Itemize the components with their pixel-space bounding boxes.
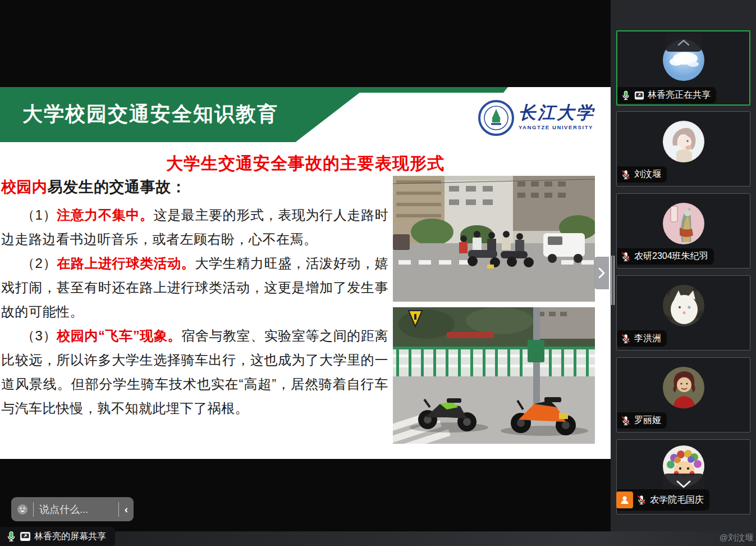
- sharing-status-pill: 林香亮的屏幕共享: [0, 527, 115, 546]
- para2-number: （2）: [21, 256, 57, 271]
- chat-input-placeholder[interactable]: 说点什么...: [34, 503, 118, 516]
- host-badge-icon: [616, 492, 633, 508]
- participant-name: 农研2304班朱纪羽: [634, 251, 708, 262]
- mic-muted-icon: [621, 334, 631, 344]
- participant-tile[interactable]: 李洪洲: [616, 275, 750, 351]
- slide-paragraph-2: （2）在路上进行球类活动。大学生精力旺盛，活泼好动，嬉戏打闹，甚至有时还在路上进…: [1, 251, 388, 324]
- screen-share-icon: [634, 90, 644, 101]
- participant-label: 刘汶堰: [617, 166, 667, 183]
- participant-label: 农学院毛国庆: [617, 489, 709, 511]
- chat-collapse-chevron-icon[interactable]: ‹: [119, 503, 128, 516]
- participant-label: 罗丽娅: [617, 412, 667, 429]
- mic-muted-icon: [636, 495, 647, 505]
- slide-body-text: 校园内易发生的交通事故： （1）注意力不集中。这是最主要的形式，表现为行人走路时…: [1, 177, 388, 420]
- participant-tile-sharer[interactable]: 林香亮正在共享: [616, 30, 750, 106]
- participant-name: 罗丽娅: [634, 415, 661, 426]
- para3-number: （3）: [21, 328, 57, 343]
- emoji-icon[interactable]: [17, 504, 28, 515]
- photo-street-crossing: [393, 176, 595, 302]
- heading-keyword: 校园内: [1, 179, 48, 195]
- participant-tile[interactable]: 刘汶堰: [616, 111, 750, 186]
- university-logo: 长江大学 YANGTZE UNIVERSITY: [478, 100, 596, 139]
- watermark-text: @刘汶堰: [720, 533, 753, 543]
- mic-muted-icon: [621, 252, 631, 262]
- participant-name: 农学院毛国庆: [650, 494, 704, 506]
- avatar: [663, 367, 704, 408]
- scroll-up-button[interactable]: [665, 34, 702, 52]
- avatar-illustration: [663, 203, 704, 244]
- shared-screen-area: 大学校园交通安全知识教育 长江大学 YANGTZE UNIVERSITY 大学生…: [0, 0, 611, 546]
- participant-tile[interactable]: 罗丽娅: [616, 357, 750, 433]
- participant-label: 农研2304班朱纪羽: [617, 248, 714, 265]
- para1-number: （1）: [21, 207, 57, 222]
- photo-motorcycles: [393, 307, 595, 444]
- slide-paragraph-1: （1）注意力不集中。这是最主要的形式，表现为行人走路时边走路边看书边听音乐，或者…: [1, 203, 388, 251]
- mic-on-icon: [6, 531, 17, 542]
- participant-tile-host[interactable]: 农学院毛国庆: [616, 439, 750, 515]
- participant-label: 林香亮正在共享: [617, 87, 716, 103]
- participant-name: 林香亮正在共享: [648, 89, 711, 101]
- participants-panel: 林香亮正在共享 刘汶堰: [611, 0, 756, 546]
- avatar: [663, 285, 704, 326]
- avatar-white-cat: [663, 285, 704, 326]
- mic-on-icon: [621, 90, 631, 101]
- chevron-down-icon: [676, 480, 691, 488]
- slide-subtitle: 大学生交通安全事故的主要表现形式: [0, 152, 611, 175]
- participant-label: 李洪洲: [617, 330, 667, 347]
- para3-keyword: 校园内“飞车”现象。: [57, 328, 181, 343]
- para1-keyword: 注意力不集中。: [57, 207, 153, 222]
- avatar-woman-red-top: [663, 367, 704, 408]
- chevron-right-icon: [598, 267, 606, 279]
- para2-keyword: 在路上进行球类活动。: [57, 256, 195, 271]
- avatar: [663, 121, 704, 162]
- chat-quick-input[interactable]: 说点什么... ‹: [11, 497, 134, 521]
- screen-share-icon: [20, 531, 31, 542]
- heading-rest: 易发生的交通事故：: [48, 179, 187, 195]
- slide-top-green-strip: [0, 87, 508, 93]
- avatar-anime-girl: [663, 121, 704, 162]
- panel-collapse-button[interactable]: [594, 257, 609, 289]
- slide-heading: 校园内易发生的交通事故：: [1, 177, 388, 197]
- slide-banner-title: 大学校园交通安全知识教育: [22, 101, 278, 128]
- university-name-en: YANGTZE UNIVERSITY: [519, 124, 595, 130]
- panel-resize-handle[interactable]: [611, 256, 616, 305]
- mic-muted-icon: [621, 416, 631, 426]
- participant-name: 李洪洲: [634, 333, 661, 344]
- presentation-slide: 大学校园交通安全知识教育 长江大学 YANGTZE UNIVERSITY 大学生…: [0, 87, 611, 459]
- participant-name: 刘汶堰: [634, 169, 661, 180]
- university-name-cn: 长江大学: [519, 103, 595, 122]
- avatar: [663, 203, 704, 244]
- meeting-window: 大学校园交通安全知识教育 长江大学 YANGTZE UNIVERSITY 大学生…: [0, 0, 756, 546]
- mic-muted-icon: [621, 170, 631, 180]
- sharing-status-text: 林香亮的屏幕共享: [34, 531, 106, 543]
- university-emblem-icon: [478, 100, 514, 136]
- participant-tile[interactable]: 农研2304班朱纪羽: [616, 193, 750, 269]
- slide-paragraph-3: （3）校园内“飞车”现象。宿舍与教室、实验室等之间的距离比较远，所以许多大学生选…: [1, 324, 388, 420]
- chevron-up-icon: [677, 39, 690, 46]
